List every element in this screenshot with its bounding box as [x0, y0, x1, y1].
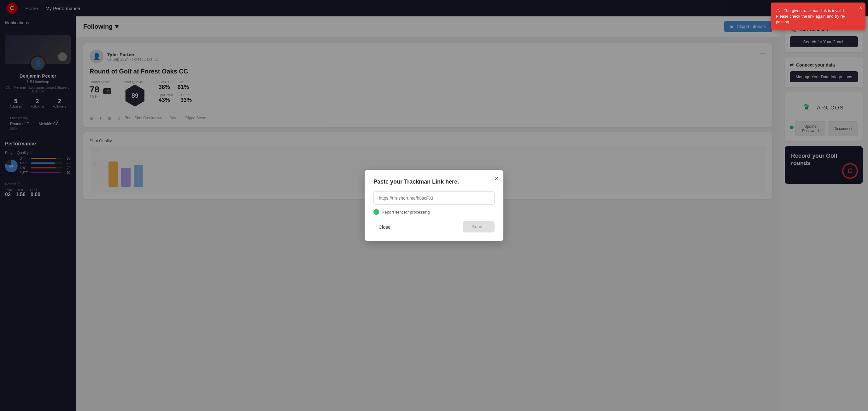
trackman-link-input[interactable] [373, 191, 495, 205]
trackman-modal: Paste your Trackman Link here. × ✓ Repor… [365, 170, 503, 241]
modal-close-button[interactable]: Close [373, 222, 396, 232]
warning-icon: ⚠ [776, 7, 780, 13]
modal-overlay[interactable]: Paste your Trackman Link here. × ✓ Repor… [0, 0, 868, 411]
success-checkmark-icon: ✓ [373, 209, 379, 215]
modal-close-icon-button[interactable]: × [494, 175, 498, 183]
modal-success-message: ✓ Report sent for processing [373, 209, 495, 215]
error-toast: ⚠ The given trackman link is invalid. Pl… [771, 2, 866, 30]
modal-footer: Close Submit [373, 221, 495, 232]
toast-close-button[interactable]: × [859, 5, 862, 11]
modal-submit-button[interactable]: Submit [463, 221, 495, 232]
error-message: The given trackman link is invalid. Plea… [776, 8, 845, 24]
modal-title: Paste your Trackman Link here. [373, 179, 495, 185]
